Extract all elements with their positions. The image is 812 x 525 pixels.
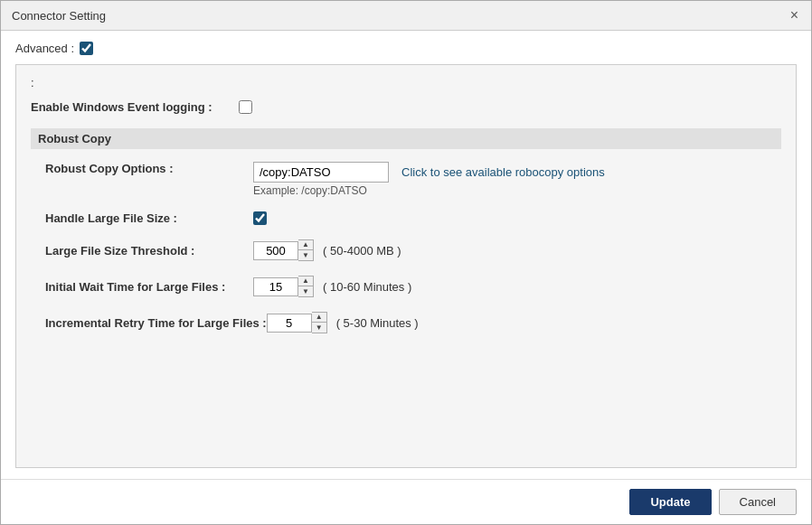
dialog-title: Connector Setting <box>12 9 106 23</box>
connector-setting-dialog: Connector Setting × Advanced : : Enable … <box>0 0 812 525</box>
handle-large-file-label: Handle Large File Size : <box>45 211 253 225</box>
robocopy-link[interactable]: Click to see available robocopy options <box>401 165 605 179</box>
large-file-threshold-label: Large File Size Threshold : <box>45 244 253 258</box>
initial-wait-time-range: ( 10-60 Minutes ) <box>323 280 411 294</box>
incremental-retry-spinner: ▲ ▼ ( 5-30 Minutes ) <box>267 312 419 333</box>
advanced-label: Advanced : <box>15 42 74 55</box>
advanced-row: Advanced : <box>15 42 797 55</box>
initial-wait-time-label: Initial Wait Time for Large Files : <box>45 280 253 294</box>
large-file-threshold-spinner-btns: ▲ ▼ <box>298 239 314 261</box>
dialog-titlebar: Connector Setting × <box>1 1 811 31</box>
colon-row: : <box>31 76 781 89</box>
incremental-retry-range: ( 5-30 Minutes ) <box>336 316 419 330</box>
incremental-retry-row: Incremental Retry Time for Large Files :… <box>45 312 781 333</box>
handle-large-file-checkbox[interactable] <box>253 211 267 225</box>
cancel-button[interactable]: Cancel <box>719 489 797 515</box>
close-button[interactable]: × <box>788 8 800 23</box>
dialog-footer: Update Cancel <box>1 479 811 524</box>
large-file-threshold-up-btn[interactable]: ▲ <box>298 240 313 250</box>
enable-logging-row: Enable Windows Event logging : <box>31 100 781 114</box>
incremental-retry-up-btn[interactable]: ▲ <box>312 313 326 323</box>
robust-copy-options-input-group: Click to see available robocopy options … <box>253 162 605 197</box>
incremental-retry-spinner-btns: ▲ ▼ <box>312 312 327 333</box>
enable-logging-label: Enable Windows Event logging : <box>31 100 239 114</box>
robust-copy-options-row: Robust Copy Options : Click to see avail… <box>45 162 781 197</box>
handle-large-file-row: Handle Large File Size : <box>45 211 781 225</box>
incremental-retry-label: Incremental Retry Time for Large Files : <box>45 316 267 330</box>
large-file-threshold-spinner: ▲ ▼ ( 50-4000 MB ) <box>253 239 401 261</box>
incremental-retry-input[interactable] <box>267 314 312 333</box>
advanced-checkbox[interactable] <box>80 42 93 55</box>
large-file-threshold-range: ( 50-4000 MB ) <box>323 244 401 258</box>
large-file-threshold-down-btn[interactable]: ▼ <box>298 250 313 260</box>
initial-wait-time-spinner: ▲ ▼ ( 10-60 Minutes ) <box>253 276 411 297</box>
initial-wait-time-input[interactable] <box>253 277 298 296</box>
initial-wait-time-spinner-btns: ▲ ▼ <box>298 276 314 297</box>
large-file-threshold-input[interactable] <box>253 241 298 260</box>
incremental-retry-down-btn[interactable]: ▼ <box>312 323 326 333</box>
content-panel: : Enable Windows Event logging : Robust … <box>15 64 797 468</box>
initial-wait-time-down-btn[interactable]: ▼ <box>298 286 313 296</box>
robust-copy-example: Example: /copy:DATSO <box>253 184 605 197</box>
robust-copy-section-header: Robust Copy <box>31 128 781 149</box>
dialog-body: Advanced : : Enable Windows Event loggin… <box>1 31 811 479</box>
enable-logging-checkbox[interactable] <box>239 100 252 114</box>
initial-wait-time-row: Initial Wait Time for Large Files : ▲ ▼ … <box>45 276 781 297</box>
robust-copy-options-input[interactable] <box>253 162 389 183</box>
update-button[interactable]: Update <box>629 489 711 515</box>
initial-wait-time-up-btn[interactable]: ▲ <box>298 277 313 286</box>
robust-copy-options-label: Robust Copy Options : <box>45 162 253 175</box>
large-file-threshold-row: Large File Size Threshold : ▲ ▼ ( 50-400… <box>45 239 781 261</box>
